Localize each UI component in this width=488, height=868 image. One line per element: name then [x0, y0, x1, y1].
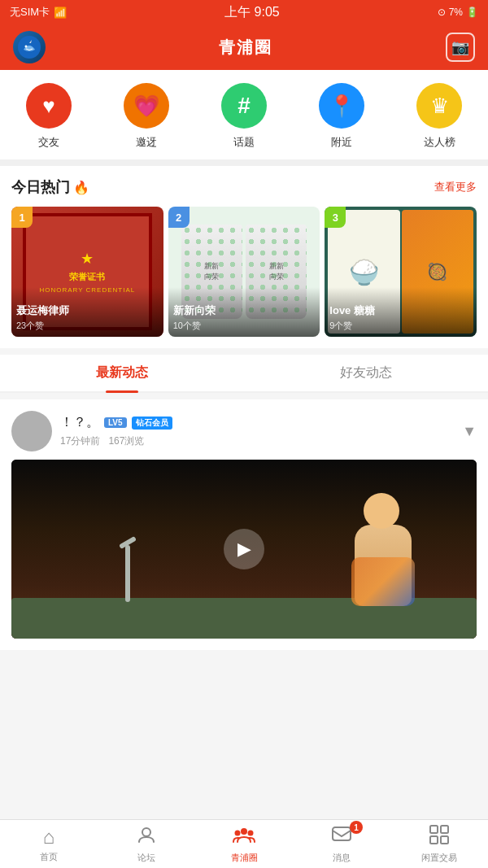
nav-home[interactable]: ⌂ 首页 — [0, 821, 98, 868]
category-nearby[interactable]: 📍 附近 — [319, 83, 364, 150]
post-video[interactable]: ▶ — [11, 460, 477, 639]
battery-lock-icon: ⊙ — [438, 7, 446, 18]
nav-trade-label: 闲置交易 — [421, 852, 457, 864]
talent-icon-bg: ♛ — [416, 83, 462, 129]
forum-icon — [136, 824, 157, 849]
nav-message-label: 消息 — [333, 852, 351, 864]
invite-label: 邀迓 — [136, 135, 157, 150]
hot-section-header: 今日热门 🔥 查看更多 — [11, 177, 477, 197]
hot-item-2-info: 新新向荣 10个赞 — [168, 287, 320, 337]
topic-icon-bg: # — [221, 83, 267, 129]
svg-rect-9 — [430, 836, 438, 844]
nearby-label: 附近 — [331, 135, 352, 150]
hot-item-3-info: love 糖糖 9个赞 — [325, 287, 477, 337]
post-avatar[interactable] — [11, 411, 52, 451]
post-header: ！？。 LV5 钻石会员 17分钟前 167浏览 ▼ — [11, 411, 477, 451]
hot-item-1-info: 聂运梅律师 23个赞 — [11, 287, 163, 337]
feed-post: ！？。 LV5 钻石会员 17分钟前 167浏览 ▼ ▶ — [0, 399, 488, 650]
hot-grid: ★ 荣誉证书 HONORARY CREDENTIAL 1 聂运梅律师 23个赞 … — [11, 207, 477, 348]
heartbeat-icon: 💗 — [133, 94, 159, 119]
post-time: 17分钟前 — [60, 435, 100, 447]
fire-icon: 🔥 — [73, 180, 89, 195]
friend-icon-bg: ♥ — [26, 83, 72, 129]
view-more-link[interactable]: 查看更多 — [434, 180, 477, 194]
post-username-row: ！？。 LV5 钻石会员 — [60, 414, 454, 431]
status-time: 上午 9:05 — [224, 4, 280, 21]
battery-icon: 🔋 — [466, 7, 478, 18]
divider-1 — [0, 159, 488, 166]
circle-icon — [232, 824, 256, 849]
topic-label: 话题 — [233, 135, 255, 150]
message-badge: 1 — [350, 821, 363, 834]
hash-icon: # — [237, 93, 251, 119]
heart-icon: ♥ — [42, 94, 54, 119]
hot-title-text: 今日热门 — [11, 177, 70, 197]
hot-rank-1: 1 — [11, 207, 33, 228]
svg-rect-8 — [441, 826, 448, 833]
bottom-nav: ⌂ 首页 论坛 青浦圈 1 — [0, 819, 488, 868]
member-badge: 钻石会员 — [132, 417, 172, 430]
hot-item-3-likes: 9个赞 — [329, 320, 472, 332]
battery-percent: 7% — [449, 7, 463, 18]
friend-label: 交友 — [38, 135, 59, 150]
svg-rect-7 — [430, 826, 438, 833]
hot-item-1[interactable]: ★ 荣誉证书 HONORARY CREDENTIAL 1 聂运梅律师 23个赞 — [11, 207, 163, 337]
svg-point-5 — [248, 831, 254, 836]
nav-forum[interactable]: 论坛 — [98, 819, 195, 868]
category-invite[interactable]: 💗 邀迓 — [124, 83, 169, 150]
video-play-button[interactable]: ▶ — [224, 529, 264, 569]
avatar[interactable] — [13, 31, 46, 63]
nearby-icon-bg: 📍 — [319, 83, 364, 129]
level-badge: LV5 — [104, 417, 127, 428]
nav-circle-label: 青浦圈 — [231, 852, 258, 864]
svg-point-2 — [142, 828, 150, 836]
nav-circle[interactable]: 青浦圈 — [195, 819, 293, 868]
invite-icon-bg: 💗 — [124, 83, 169, 129]
crown-icon: ♛ — [430, 94, 449, 119]
baby-head — [364, 493, 399, 529]
hot-item-2[interactable]: 新新向荣 新新向荣 2 新新向荣 10个赞 — [168, 207, 320, 337]
hot-rank-3: 3 — [325, 207, 346, 228]
post-dropdown-button[interactable]: ▼ — [462, 423, 477, 440]
category-topic[interactable]: # 话题 — [221, 83, 267, 150]
play-icon: ▶ — [237, 539, 251, 560]
svg-rect-6 — [333, 827, 351, 840]
post-user-info: ！？。 LV5 钻石会员 17分钟前 167浏览 — [60, 414, 454, 448]
faucet-pipe — [125, 545, 130, 602]
page-title: 青浦圈 — [219, 37, 272, 59]
camera-button[interactable]: 📷 — [446, 33, 475, 62]
carrier-text: 无SIM卡 — [10, 5, 50, 20]
hot-section: 今日热门 🔥 查看更多 ★ 荣誉证书 HONORARY CREDENTIAL 1… — [0, 166, 488, 348]
categories-section: ♥ 交友 💗 邀迓 # 话题 📍 附近 ♛ 达人榜 — [0, 70, 488, 159]
location-icon: 📍 — [329, 94, 355, 119]
trade-icon — [429, 824, 450, 849]
cert-star-icon: ★ — [81, 250, 94, 268]
nav-message[interactable]: 1 消息 — [293, 819, 390, 868]
hot-item-2-name: 新新向荣 — [173, 303, 316, 318]
nav-home-label: 首页 — [40, 851, 58, 863]
nav-trade[interactable]: 闲置交易 — [390, 819, 488, 868]
hot-item-1-name: 聂运梅律师 — [16, 303, 159, 318]
category-friend[interactable]: ♥ 交友 — [26, 83, 72, 150]
cert-title-text: 荣誉证书 — [69, 271, 105, 283]
status-right: ⊙ 7% 🔋 — [438, 7, 478, 18]
hot-item-1-likes: 23个赞 — [16, 320, 159, 332]
status-bar: 无SIM卡 📶 上午 9:05 ⊙ 7% 🔋 — [0, 0, 488, 24]
camera-icon: 📷 — [451, 38, 469, 56]
svg-point-1 — [25, 46, 28, 48]
hot-section-title: 今日热门 🔥 — [11, 177, 89, 197]
category-talent[interactable]: ♛ 达人榜 — [416, 83, 462, 150]
talent-label: 达人榜 — [424, 135, 455, 150]
post-username: ！？。 — [60, 414, 99, 431]
svg-point-3 — [241, 828, 247, 835]
tab-friends[interactable]: 好友动态 — [244, 355, 488, 391]
baby-clothes — [351, 557, 415, 606]
feed-tabs: 最新动态 好友动态 — [0, 355, 488, 393]
tab-latest[interactable]: 最新动态 — [0, 355, 244, 391]
post-meta: 17分钟前 167浏览 — [60, 434, 454, 448]
header: 青浦圈 📷 — [0, 24, 488, 70]
nav-forum-label: 论坛 — [137, 852, 155, 864]
svg-rect-10 — [441, 836, 448, 844]
hot-item-3[interactable]: 🍚 🥘 3 love 糖糖 9个赞 — [325, 207, 477, 337]
home-icon: ⌂ — [43, 826, 55, 848]
